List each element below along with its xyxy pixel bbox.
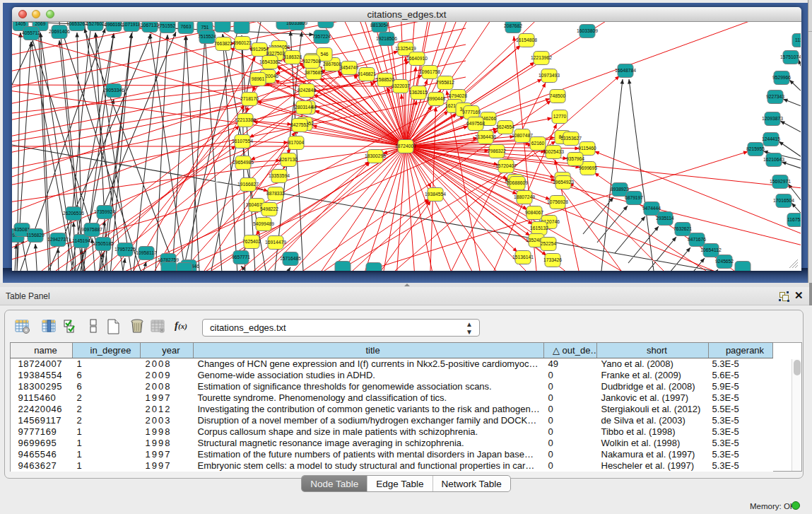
svg-text:5322037: 5322037 <box>392 83 410 88</box>
svg-text:54099489: 54099489 <box>253 221 274 226</box>
svg-text:9327508: 9327508 <box>302 59 321 64</box>
svg-text:19384554: 19384554 <box>425 192 446 197</box>
svg-text:7663: 7663 <box>181 24 192 29</box>
svg-text:10973493: 10973493 <box>539 73 560 78</box>
svg-text:9242848: 9242848 <box>298 88 316 93</box>
svg-text:9327503: 9327503 <box>266 51 285 56</box>
svg-text:19218506: 19218506 <box>376 36 397 41</box>
svg-text:12213962: 12213962 <box>531 55 552 60</box>
svg-text:15716485: 15716485 <box>280 256 301 261</box>
svg-text:17016504: 17016504 <box>773 198 794 203</box>
svg-text:9084067: 9084067 <box>525 210 543 215</box>
svg-text:9777169: 9777169 <box>462 110 481 115</box>
svg-text:2718170: 2718170 <box>240 96 259 101</box>
svg-text:9146821: 9146821 <box>358 71 376 76</box>
svg-text:116753: 116753 <box>787 217 801 222</box>
svg-text:9657771: 9657771 <box>232 255 250 259</box>
svg-text:1733426: 1733426 <box>543 257 562 262</box>
svg-text:7632621: 7632621 <box>673 226 692 231</box>
svg-text:18300295: 18300295 <box>365 153 386 158</box>
svg-text:8454749: 8454749 <box>340 65 358 70</box>
svg-text:7955812: 7955812 <box>436 80 454 85</box>
svg-text:1071918: 1071918 <box>122 22 141 27</box>
svg-text:19654923: 19654923 <box>553 180 574 185</box>
svg-text:8878332: 8878332 <box>266 191 285 196</box>
svg-text:6879197: 6879197 <box>625 195 643 200</box>
svg-text:1362615: 1362615 <box>409 90 428 95</box>
svg-text:16543362: 16543362 <box>259 59 281 64</box>
svg-text:2803144: 2803144 <box>295 105 313 110</box>
svg-text:1405: 1405 <box>16 22 26 26</box>
svg-text:19654985: 19654985 <box>233 160 254 165</box>
svg-text:12770: 12770 <box>553 114 567 119</box>
svg-text:10961758: 10961758 <box>419 69 440 74</box>
svg-text:15692971: 15692971 <box>770 179 791 184</box>
svg-text:12213389: 12213389 <box>235 117 256 122</box>
svg-text:9227343: 9227343 <box>766 94 784 99</box>
svg-text:252254: 252254 <box>541 241 557 246</box>
svg-text:1156829: 1156829 <box>26 233 45 238</box>
svg-text:7625402: 7625402 <box>242 239 261 244</box>
svg-text:90975887: 90975887 <box>81 227 102 232</box>
svg-text:817004: 817004 <box>288 140 305 145</box>
svg-text:26206516: 26206516 <box>63 211 84 216</box>
svg-text:7515524: 7515524 <box>198 34 216 39</box>
svg-text:9699695: 9699695 <box>579 165 597 170</box>
svg-text:1588520: 1588520 <box>376 77 394 82</box>
svg-text:16914479: 16914479 <box>265 240 286 245</box>
svg-text:1615132: 1615132 <box>530 226 548 230</box>
svg-text:3624554: 3624554 <box>496 124 514 129</box>
svg-text:16210643: 16210643 <box>763 157 784 162</box>
svg-text:16640910: 16640910 <box>406 56 428 61</box>
svg-text:8427552: 8427552 <box>290 122 309 127</box>
svg-text:15136141: 15136141 <box>512 255 534 259</box>
svg-text:5498222: 5498222 <box>260 206 278 211</box>
svg-text:6794028: 6794028 <box>449 93 467 98</box>
svg-text:18807249: 18807249 <box>514 194 535 199</box>
svg-text:16033809: 16033809 <box>286 22 307 25</box>
svg-text:10756928: 10756928 <box>547 199 568 204</box>
svg-text:15751074: 15751074 <box>780 54 801 59</box>
svg-text:2069: 2069 <box>35 22 46 26</box>
svg-text:10025433: 10025433 <box>543 149 564 154</box>
svg-text:9474444: 9474444 <box>642 206 661 211</box>
svg-text:98961: 98961 <box>252 76 265 81</box>
svg-text:10688609: 10688609 <box>507 180 528 185</box>
svg-text:12093873: 12093873 <box>762 116 783 121</box>
svg-text:16107554: 16107554 <box>232 139 253 144</box>
svg-text:8938923: 8938923 <box>611 187 629 192</box>
svg-text:12942737: 12942737 <box>47 237 69 242</box>
svg-text:7663822: 7663822 <box>214 41 233 46</box>
svg-text:1145194: 1145194 <box>72 238 90 243</box>
svg-text:2087682: 2087682 <box>504 23 522 28</box>
svg-text:2935114: 2935114 <box>656 216 674 221</box>
svg-text:8990448: 8990448 <box>427 96 445 101</box>
svg-text:8813054: 8813054 <box>370 23 389 28</box>
svg-text:12505185: 12505185 <box>93 241 114 246</box>
svg-text:16782759: 16782759 <box>158 257 179 262</box>
svg-text:29053346: 29053346 <box>103 88 124 93</box>
svg-text:1244415: 1244415 <box>762 136 780 141</box>
svg-text:19166827: 19166827 <box>237 182 259 187</box>
svg-text:17359924: 17359924 <box>94 209 115 214</box>
svg-text:1527602: 1527602 <box>86 22 105 26</box>
svg-text:8471676: 8471676 <box>688 237 706 242</box>
svg-text:9115460: 9115460 <box>578 146 596 151</box>
svg-text:20691406: 20691406 <box>49 29 70 34</box>
svg-text:748500: 748500 <box>550 93 566 98</box>
svg-text:4055712: 4055712 <box>22 30 40 35</box>
svg-text:10807487: 10807487 <box>512 133 533 138</box>
svg-text:13353594: 13353594 <box>269 173 290 178</box>
svg-text:21364436: 21364436 <box>475 134 496 139</box>
svg-text:1112: 1112 <box>795 37 801 42</box>
svg-text:16154808: 16154808 <box>516 37 537 42</box>
svg-text:16033809: 16033809 <box>577 28 598 33</box>
svg-text:7986322: 7986322 <box>488 148 506 153</box>
svg-text:10654112: 10654112 <box>700 247 722 252</box>
svg-text:62160: 62160 <box>531 141 545 146</box>
svg-text:546: 546 <box>320 52 328 57</box>
svg-text:16648784: 16648784 <box>615 68 636 73</box>
svg-text:8267130: 8267130 <box>279 157 298 162</box>
svg-text:751552: 751552 <box>160 23 176 28</box>
svg-text:15720407: 15720407 <box>495 163 517 168</box>
